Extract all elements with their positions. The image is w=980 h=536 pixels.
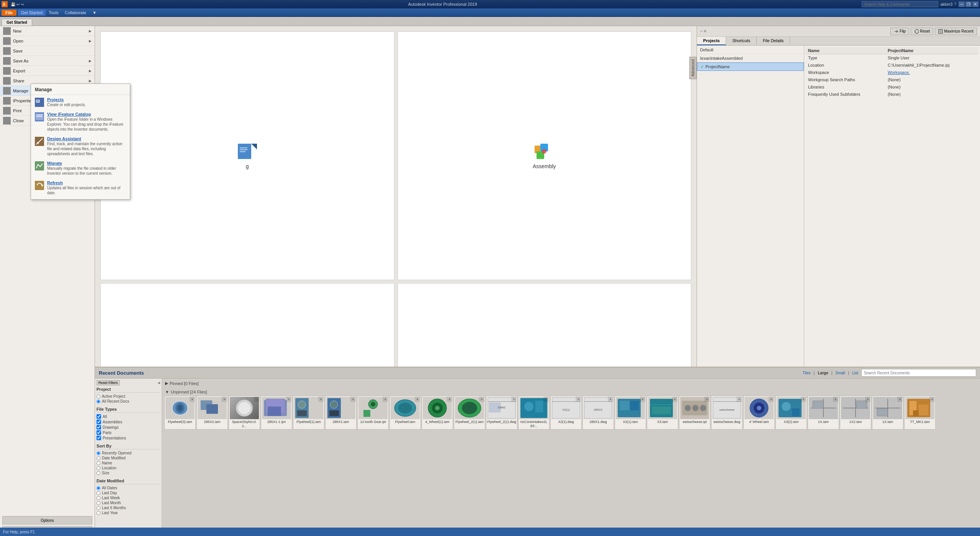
active-project-radio[interactable] [97,395,100,398]
unpinned-section-header[interactable]: ▼ Unpinned [24 Files] [164,389,978,395]
sort-date-modified-radio[interactable] [97,456,100,460]
nav-item-save[interactable]: Save [0,46,95,56]
menu-collaborate[interactable]: Collaborate [62,10,89,16]
file-card-menu-17[interactable]: ▾ [704,397,710,402]
file-card-menu-9[interactable]: ▾ [447,397,452,402]
nav-item-saveas[interactable]: Save As ▶ [0,56,95,66]
file-card-7[interactable]: ▾ 12-tooth Gear.ipt [357,396,389,429]
menu-file[interactable]: File [2,10,16,16]
options-button[interactable]: Options [2,516,92,525]
sort-size-radio[interactable] [97,471,100,475]
filetype-all-checkbox[interactable] [97,414,101,419]
file-card-3[interactable]: ▾ Spacer(Nylon;0.2... [229,396,260,429]
file-card-menu-8[interactable]: ▾ [415,397,420,402]
detail-val-workspace[interactable]: Workspace. [885,69,978,76]
file-card-14[interactable]: 285X1 ▾ 285X1.dwg [582,396,614,429]
tab-projects[interactable]: Projects [697,37,726,45]
tab-shortcuts[interactable]: Shortcuts [726,37,756,45]
right-panel-close[interactable]: ✕ [704,29,707,33]
minimize-button[interactable]: ─ [959,2,965,7]
file-card-menu-3[interactable]: ▾ [254,397,259,402]
file-card-1[interactable]: ▾ Flywheel(3).iam [164,396,196,429]
file-card-menu-10[interactable]: ▾ [479,397,484,402]
menu-tools[interactable]: Tools [46,10,62,16]
reset-filters-button[interactable]: Reset Filters [97,380,120,385]
file-card-menu-15[interactable]: ▾ [640,397,645,402]
file-card-20[interactable]: ▾ X3(2).iam [775,396,807,429]
template-card-assembly[interactable]: Assembly [398,31,692,280]
dd-item-design[interactable]: Design Assistant Find, track, and mainta… [31,134,130,159]
date-last-year-radio[interactable] [97,511,100,515]
file-card-15[interactable]: ▾ X2(1).iam [615,396,646,429]
file-card-13[interactable]: X2(1) ▾ X2(1).dwg [550,396,582,429]
filetype-assemblies-checkbox[interactable] [97,420,101,424]
file-card-23[interactable]: ▾ 1X.iam [872,396,903,429]
project-list-item-projectname[interactable]: ✓ ProjectName [697,62,804,71]
file-card-8[interactable]: ▾ Flywheel.iam [389,396,421,429]
file-card-menu-23[interactable]: ▾ [897,397,903,402]
nav-item-new[interactable]: New ▶ [0,26,95,36]
sort-recently-opened-radio[interactable] [97,451,100,455]
file-card-menu-18[interactable]: ▾ [736,397,742,402]
file-card-menu-5[interactable]: ▾ [318,397,324,402]
file-card-21[interactable]: ▾ 1X.iam [808,396,839,429]
file-card-menu-16[interactable]: ▾ [672,397,677,402]
file-card-5[interactable]: ▾ Flywheel(1).iam [293,396,324,429]
help-icon[interactable]: ? [954,2,956,7]
file-card-menu-12[interactable]: ▾ [543,397,549,402]
filters-collapse[interactable]: ◀ [157,381,160,385]
view-mode-large[interactable]: Large [818,371,828,375]
pinned-section-header[interactable]: ▶ Pinned [0 Files] [164,380,978,387]
filetype-parts-checkbox[interactable] [97,430,101,435]
tab-file-details[interactable]: File Details [757,37,790,45]
reset-button[interactable]: Reset [911,28,933,35]
file-card-12[interactable]: ▾ rtzConeIntakev2LEF... [518,396,550,429]
all-recent-docs-radio[interactable] [97,400,100,403]
file-card-22[interactable]: ▾ 1X2.iam [840,396,871,429]
restore-button[interactable]: ❐ [965,2,972,7]
file-card-menu-22[interactable]: ▾ [865,397,870,402]
search-help-input[interactable] [862,1,938,7]
file-card-menu-6[interactable]: ▾ [350,397,356,402]
date-last-6months-radio[interactable] [97,506,100,510]
menu-more[interactable]: ▼ [89,10,100,16]
date-last-month-radio[interactable] [97,501,100,505]
filetype-presentations-checkbox[interactable] [97,436,101,440]
file-card-menu-1[interactable]: ▾ [190,397,195,402]
advanced-tab[interactable]: Advanced [689,57,697,79]
file-card-18[interactable]: swisscheese ▾ swisscheese.dwg [711,396,743,429]
close-button[interactable]: ✕ [972,2,978,7]
file-card-6[interactable]: ▾ 285X1.iam [325,396,357,429]
file-card-menu-11[interactable]: ▾ [511,397,517,402]
recent-docs-search-input[interactable] [861,369,976,377]
dd-item-ifeature[interactable]: View iFeature Catalog Open the iFeature … [31,110,130,134]
right-panel-collapse[interactable]: ─ [700,29,703,33]
file-card-11[interactable]: DWG ▾ Flywheel_2(1).dwg [486,396,517,429]
sort-location-radio[interactable] [97,466,100,470]
date-last-week-radio[interactable] [97,496,100,500]
file-card-menu-7[interactable]: ▾ [383,397,388,402]
project-list-item-default[interactable]: Default [697,46,804,54]
maximize-recent-button[interactable]: Maximize Recent [935,28,977,35]
tab-get-started[interactable]: Get Started [2,19,32,26]
file-card-24[interactable]: ▾ TT_MK1.iam [904,396,936,429]
file-card-16[interactable]: ▾ X3.iam [647,396,678,429]
file-card-menu-20[interactable]: ▾ [801,397,806,402]
menu-get-started[interactable]: Get Started [18,10,46,16]
file-card-menu-4[interactable]: ▾ [286,397,291,402]
flip-button[interactable]: Flip [890,28,909,35]
file-card-menu-2[interactable]: ▾ [222,397,227,402]
template-card-part[interactable]: g [100,31,394,280]
filetype-drawings-checkbox[interactable] [97,425,101,429]
file-card-17[interactable]: ▾ swisscheese.ipt [679,396,710,429]
sort-name-radio[interactable] [97,461,100,465]
view-mode-small[interactable]: Small [836,371,845,375]
file-card-menu-14[interactable]: ▾ [608,397,613,402]
dd-item-refresh[interactable]: Refresh Updates all files in session whi… [31,178,130,198]
project-list-item-lexanintake[interactable]: IexanIntakeAssembled [697,54,804,62]
file-card-4[interactable]: ▾ 285X1-1.ipn [261,396,292,429]
date-all-radio[interactable] [97,486,100,490]
file-card-menu-13[interactable]: ▾ [576,397,581,402]
file-card-10[interactable]: ▾ Flywheel_2(1).iam [454,396,485,429]
dd-item-projects[interactable]: Projects Create or edit projects. [31,95,130,110]
